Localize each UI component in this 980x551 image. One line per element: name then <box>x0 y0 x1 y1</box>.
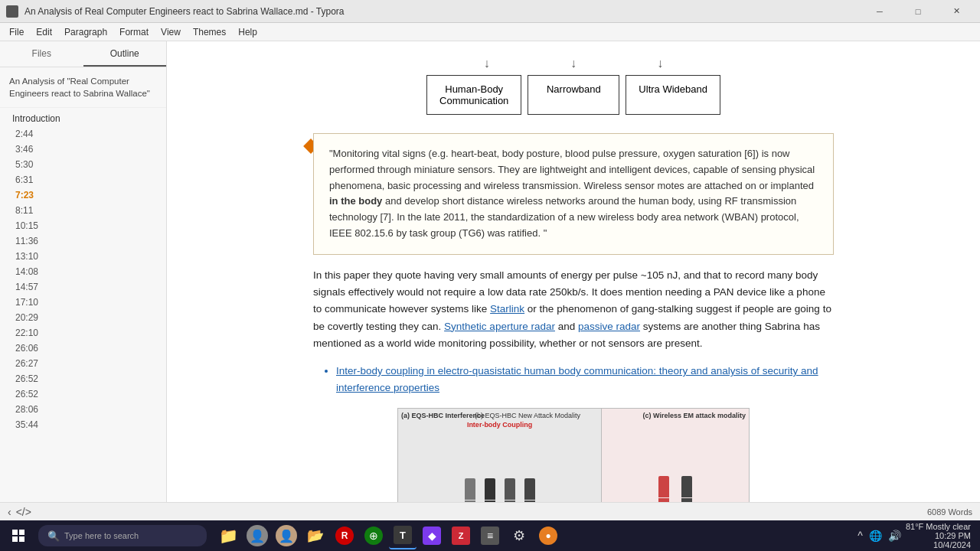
blockquote-text-before: "Monitoring vital signs (e.g. heart-beat… <box>329 148 815 191</box>
titlebar-left: An Analysis of Real Computer Engineers r… <box>6 5 345 18</box>
nav-left-button[interactable]: ‹ <box>8 506 11 518</box>
outline-item-723[interactable]: 7:23 <box>0 187 166 203</box>
outline-item-631[interactable]: 6:31 <box>0 172 166 187</box>
outline-item-1015[interactable]: 10:15 <box>0 218 166 233</box>
word-count: 6089 Words <box>927 507 972 517</box>
bullet-item-1[interactable]: Inter-body coupling in electro-quasistat… <box>336 363 834 397</box>
app-body: Files Outline An Analysis of "Real Compu… <box>0 41 980 502</box>
tab-files[interactable]: Files <box>0 41 83 67</box>
taskbar-app-typora[interactable]: T <box>389 522 416 549</box>
image-left-header: (a) EQS-HBC Interference <box>401 412 485 419</box>
volume-icon[interactable]: 🔊 <box>888 530 901 542</box>
sidebar-tabs: Files Outline <box>0 41 166 67</box>
outline-item-3544[interactable]: 35:44 <box>0 417 166 432</box>
search-icon: 🔍 <box>47 530 60 542</box>
figures-right <box>658 476 692 502</box>
date-display: 10/4/2024 <box>933 540 971 549</box>
weather-display: 81°F Mostly clear <box>906 522 971 531</box>
blockquote-wrapper: "Monitoring vital signs (e.g. heart-beat… <box>313 133 834 255</box>
arrow-2: ↓ <box>570 57 577 70</box>
taskbar-app-settings[interactable]: ⚙ <box>505 522 533 549</box>
link-sar[interactable]: Synthetic aperture radar <box>444 321 555 332</box>
taskbar-app-obsidian[interactable]: ◆ <box>418 522 446 549</box>
outline-item-1310[interactable]: 13:10 <box>0 249 166 264</box>
menu-themes[interactable]: Themes <box>187 25 232 39</box>
taskbar-app-files[interactable]: 📂 <box>302 522 329 549</box>
content-area[interactable]: ↓ ↓ ↓ Human-BodyCommunication Narrowband… <box>167 41 980 502</box>
menu-view[interactable]: View <box>155 25 187 39</box>
menu-help[interactable]: Help <box>232 25 263 39</box>
outline-item-1408[interactable]: 14:08 <box>0 264 166 279</box>
outline-item-244[interactable]: 2:44 <box>0 126 166 142</box>
diagram-node-uwb: Ultra Wideband <box>626 75 720 115</box>
outline-item-530[interactable]: 5:30 <box>0 157 166 172</box>
taskbar-app-avatar2[interactable]: 👤 <box>273 522 300 549</box>
bottombar: ‹ </> 6089 Words <box>0 502 980 520</box>
blockquote: "Monitoring vital signs (e.g. heart-beat… <box>313 133 834 255</box>
image-inner: (a) EQS-HBC Interference Inter-body Coup… <box>398 409 749 502</box>
taskbar-app-xbox[interactable]: ⊕ <box>360 522 387 549</box>
taskbar-app-zotero[interactable]: Z <box>447 522 475 549</box>
window-controls: ─ □ ✕ <box>862 0 974 23</box>
outline-item-introduction[interactable]: Introduction <box>0 111 166 126</box>
titlebar: An Analysis of Real Computer Engineers r… <box>0 0 980 23</box>
search-placeholder: Type here to search <box>64 531 139 540</box>
taskbar-right: ^ 🌐 🔊 81°F Mostly clear 10:29 PM 10/4/20… <box>858 522 977 549</box>
chevron-up-icon[interactable]: ^ <box>858 530 863 542</box>
blockquote-text-after: and develop short distance wireless netw… <box>329 195 799 239</box>
menu-format[interactable]: Format <box>113 25 155 39</box>
taskbar-search[interactable]: 🔍 Type here to search <box>38 525 207 546</box>
start-button[interactable] <box>3 520 34 551</box>
windows-icon <box>12 530 24 542</box>
outline-panel: Introduction 2:44 3:46 5:30 6:31 7:23 8:… <box>0 108 166 502</box>
outline-item-2806[interactable]: 28:06 <box>0 402 166 417</box>
taskbar-app-avatar1[interactable]: 👤 <box>243 522 271 549</box>
taskbar-app-menu[interactable]: ≡ <box>476 522 504 549</box>
outline-item-2627[interactable]: 26:27 <box>0 356 166 371</box>
nav-code-button[interactable]: </> <box>16 506 31 518</box>
time-display: 10:29 PM <box>935 531 971 540</box>
outline-item-2210[interactable]: 22:10 <box>0 325 166 341</box>
diagram-nodes: Human-BodyCommunication Narrowband Ultra… <box>423 72 724 118</box>
window-title: An Analysis of Real Computer Engineers r… <box>24 6 345 17</box>
outline-item-2606[interactable]: 26:06 <box>0 341 166 356</box>
outline-item-1136[interactable]: 11:36 <box>0 233 166 249</box>
link-starlink[interactable]: Starlink <box>490 303 524 315</box>
taskbar-app-red[interactable]: R <box>331 522 358 549</box>
diagram-container: ↓ ↓ ↓ Human-BodyCommunication Narrowband… <box>313 57 834 118</box>
image-sub-header: (b) EQS-HBC New Attack Modality <box>475 412 580 419</box>
image-center-label: Inter-body Coupling <box>467 421 533 429</box>
outline-item-1710[interactable]: 17:10 <box>0 295 166 310</box>
outline-item-2652b[interactable]: 26:52 <box>0 386 166 402</box>
tab-outline[interactable]: Outline <box>83 41 167 67</box>
network-icon[interactable]: 🌐 <box>869 530 882 542</box>
menu-paragraph[interactable]: Paragraph <box>58 25 113 39</box>
outline-item-1457[interactable]: 14:57 <box>0 279 166 295</box>
doc-title: An Analysis of "Real Computer Engineers … <box>0 67 166 108</box>
outline-item-346[interactable]: 3:46 <box>0 142 166 157</box>
image-right-panel: (c) Wireless EM attack modality <box>602 409 749 502</box>
image-container: (a) EQS-HBC Interference Inter-body Coup… <box>313 408 834 502</box>
app-icon <box>6 5 18 18</box>
clock-area: 81°F Mostly clear 10:29 PM 10/4/2024 <box>906 522 971 549</box>
minimize-button[interactable]: ─ <box>862 0 897 23</box>
outline-item-2029[interactable]: 20:29 <box>0 310 166 325</box>
taskbar-app-explorer[interactable]: 📁 <box>214 522 242 549</box>
outline-item-2652a[interactable]: 26:52 <box>0 371 166 386</box>
diagram-node-hbc: Human-BodyCommunication <box>426 75 521 115</box>
menu-edit[interactable]: Edit <box>30 25 58 39</box>
menubar: File Edit Paragraph Format View Themes H… <box>0 23 980 41</box>
link-passive-radar[interactable]: passive radar <box>578 321 640 332</box>
close-button[interactable]: ✕ <box>939 0 974 23</box>
body-paragraph-1: In this paper they quote having very sma… <box>313 267 834 352</box>
arrow-3: ↓ <box>657 57 663 70</box>
taskbar: 🔍 Type here to search 📁 👤 👤 📂 R ⊕ T <box>0 520 980 551</box>
maximize-button[interactable]: □ <box>900 0 936 23</box>
menu-file[interactable]: File <box>3 25 30 39</box>
bottombar-info: 6089 Words <box>927 507 972 517</box>
image-right-header: (c) Wireless EM attack modality <box>643 412 746 419</box>
content-inner: ↓ ↓ ↓ Human-BodyCommunication Narrowband… <box>283 41 864 502</box>
figures-left <box>465 478 535 502</box>
taskbar-app-orange[interactable]: ● <box>534 522 562 549</box>
outline-item-811[interactable]: 8:11 <box>0 203 166 218</box>
